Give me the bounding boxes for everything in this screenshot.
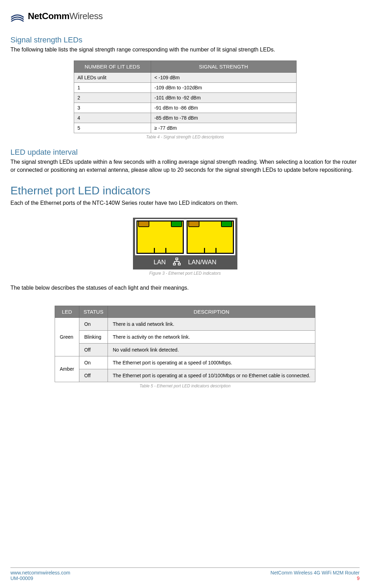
brand-wordmark: NetCommWireless — [28, 11, 103, 22]
body-led-update-interval: The signal strength LEDs update within a… — [10, 158, 360, 174]
table-row: 1-109 dBm to -102dBm — [74, 83, 296, 93]
svg-rect-2 — [178, 263, 180, 265]
footer-page-number: 9 — [270, 575, 360, 581]
table-row: 2-101 dBm to -92 dBm — [74, 93, 296, 103]
table-row: Off The Ethernet port is operating at a … — [55, 369, 315, 382]
caption-table5: Table 5 - Ethernet port LED indicators d… — [10, 384, 360, 388]
heading-ethernet-port-led-indicators: Ethernet port LED indicators — [10, 184, 360, 197]
heading-signal-strength-leds: Signal strength LEDs — [10, 35, 360, 45]
amber-led-icon — [188, 221, 199, 227]
cell-led-amber: Amber — [55, 356, 79, 382]
figure-ethernet-ports: LAN LAN/WAN — [133, 218, 237, 269]
table-row: Green On There is a valid network link. — [55, 317, 315, 330]
th-lit-leds: NUMBER OF LIT LEDS — [74, 61, 151, 73]
heading-led-update-interval: LED update interval — [10, 148, 360, 157]
cell-led-green: Green — [55, 317, 79, 356]
brand-light: Wireless — [69, 11, 103, 21]
port-lanwan — [187, 220, 234, 254]
table-row: 3-91 dBm to -86 dBm — [74, 103, 296, 113]
footer-docref: UM-00009 — [10, 575, 70, 581]
green-led-icon — [171, 221, 182, 227]
footer-url: www.netcommwireless.com — [10, 570, 70, 575]
table-row: All LEDs unlit< -109 dBm — [74, 73, 296, 83]
caption-figure3: Figure 3 - Ethernet port LED indicators — [10, 271, 360, 276]
th-led: LED — [55, 306, 79, 317]
footer-doc-title: NetComm Wireless 4G WiFi M2M Router — [270, 570, 360, 575]
intro-status-table: The table below describes the statuses o… — [10, 284, 360, 292]
page-footer: www.netcommwireless.com UM-00009 NetComm… — [10, 567, 360, 581]
table-row: Blinking There is activity on the networ… — [55, 330, 315, 343]
table-row: 5≥ -77 dBm — [74, 123, 296, 133]
brand-logo-icon — [10, 10, 24, 22]
brand-bold: NetComm — [28, 11, 69, 21]
caption-table4: Table 4 - Signal strength LED descriptio… — [10, 135, 360, 139]
intro-ethernet-ports: Each of the Ethernet ports of the NTC-14… — [10, 199, 360, 207]
brand-header: NetCommWireless — [10, 10, 360, 22]
intro-signal-strength: The following table lists the signal str… — [10, 46, 360, 54]
th-signal-strength: SIGNAL STRENGTH — [151, 61, 296, 73]
label-lanwan: LAN/WAN — [188, 259, 216, 266]
table-row: Amber On The Ethernet port is operating … — [55, 356, 315, 369]
table-ethernet-led-status: LED STATUS DESCRIPTION Green On There is… — [55, 306, 316, 382]
port-lan — [136, 220, 184, 254]
table-row: 4-85 dBm to -78 dBm — [74, 113, 296, 123]
svg-rect-0 — [176, 258, 178, 260]
network-icon — [173, 257, 181, 267]
th-status: STATUS — [79, 306, 108, 317]
label-lan: LAN — [153, 259, 166, 266]
green-led-icon — [221, 221, 232, 227]
th-description: DESCRIPTION — [108, 306, 315, 317]
amber-led-icon — [138, 221, 149, 227]
table-row: Off No valid network link detected. — [55, 343, 315, 356]
table-signal-strength: NUMBER OF LIT LEDS SIGNAL STRENGTH All L… — [74, 61, 297, 133]
svg-rect-1 — [173, 263, 175, 265]
